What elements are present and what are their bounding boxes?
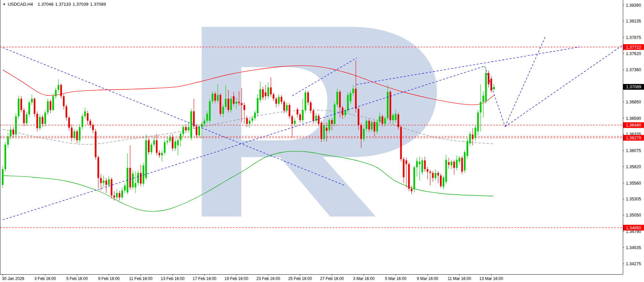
price-chart-canvas[interactable]: 1.383901.381351.378751.376201.373601.368…: [0, 0, 644, 282]
trendline-zigzag-projection-long[interactable]: [505, 46, 622, 127]
candle-body: [265, 92, 267, 96]
candle-body: [358, 109, 359, 125]
candle-body: [57, 85, 59, 90]
candle-body: [52, 96, 54, 110]
candle-body: [148, 140, 150, 152]
candle-body: [129, 168, 131, 187]
candle-body: [82, 116, 83, 127]
candle-body: [42, 117, 43, 124]
candle-body: [106, 181, 107, 185]
candle-body: [318, 116, 320, 124]
y-tick-label: 1.35820: [626, 164, 641, 169]
x-tick-label: 25 Feb 16:00: [288, 276, 312, 281]
candle-body: [18, 99, 19, 116]
x-tick-label: 5 Feb 16:00: [66, 276, 88, 281]
candle-body: [100, 178, 102, 183]
candle-body: [31, 99, 33, 102]
candle-body: [166, 141, 168, 142]
candle-body: [124, 186, 126, 191]
candle-body: [190, 111, 192, 138]
candle-body: [241, 103, 243, 105]
candle-body: [384, 118, 386, 124]
candle-body: [209, 101, 211, 121]
x-axis-scale: 30 Jan 20263 Feb 16:005 Feb 16:009 Feb 1…: [2, 274, 503, 281]
candle-body: [259, 89, 261, 100]
price-badge-label: 1.34850: [626, 226, 641, 230]
candle-body: [159, 153, 160, 155]
candle-body: [79, 127, 81, 140]
trendline-rising-support-line[interactable]: [3, 66, 485, 220]
trendline-zigzag-corrective-leg[interactable]: [485, 66, 505, 127]
candle-body: [270, 87, 272, 94]
candle-body: [212, 94, 213, 101]
candle-body: [214, 94, 216, 101]
y-tick-label: 1.35560: [626, 181, 641, 186]
quote-low: 1.37039: [73, 2, 88, 7]
collapse-triangle-icon[interactable]: ▼: [3, 3, 6, 6]
candle-body: [299, 114, 301, 120]
candle-body: [140, 173, 142, 184]
candle-body: [398, 114, 399, 127]
x-tick-label: 19 Feb 16:00: [225, 276, 248, 281]
candle-body: [307, 92, 309, 102]
candle-body: [132, 174, 134, 187]
candle-body: [289, 105, 290, 116]
candle-body: [92, 125, 94, 130]
y-tick-label: 1.35305: [626, 197, 641, 201]
candle-body: [71, 128, 73, 138]
candle-body: [392, 115, 394, 120]
candle-body: [243, 105, 245, 110]
candle-body: [50, 101, 51, 110]
candle-body: [387, 92, 389, 119]
candle-body: [185, 127, 187, 130]
candle-body: [204, 121, 205, 124]
candle-body: [236, 102, 237, 104]
candle-body: [275, 99, 277, 104]
candle-body: [198, 127, 200, 135]
candle-body: [177, 140, 179, 145]
candle-body: [137, 173, 139, 183]
candle-body: [421, 160, 423, 173]
candle-body: [29, 102, 30, 114]
candle-body: [355, 89, 357, 109]
trendline-descending-channel-line[interactable]: [3, 48, 345, 185]
candle-body: [283, 102, 285, 110]
candle-body: [230, 99, 232, 110]
candle-body: [169, 137, 171, 141]
candle-body: [482, 96, 484, 102]
candle-body: [350, 93, 351, 101]
candle-body: [339, 92, 341, 108]
candle-body: [485, 73, 487, 101]
candle-body: [331, 120, 333, 124]
candle-body: [103, 181, 105, 183]
candle-body: [323, 125, 325, 139]
candle-body: [97, 157, 99, 178]
y-tick-label: 1.34535: [626, 245, 641, 250]
candle-body: [310, 102, 312, 110]
candle-body: [440, 176, 442, 186]
candle-body: [281, 97, 282, 102]
candle-body: [268, 87, 269, 96]
y-tick-label: 1.37360: [626, 67, 641, 72]
candle-body: [68, 117, 70, 128]
price-badge-label: 1.36279: [626, 136, 641, 140]
candle-body: [262, 89, 264, 97]
candle-body: [251, 118, 253, 121]
candle-body: [464, 152, 466, 170]
candle-body: [238, 102, 240, 103]
candle-body: [403, 159, 404, 177]
candle-body: [12, 130, 14, 135]
candle-body: [219, 95, 221, 114]
candle-body: [15, 116, 17, 135]
candle-body: [55, 90, 57, 96]
candle-body: [174, 141, 176, 148]
candle-body: [366, 121, 367, 129]
candle-body: [116, 193, 118, 197]
candle-body: [89, 121, 91, 125]
candle-body: [435, 173, 436, 178]
candle-body: [416, 161, 418, 168]
trendline-zigzag-projection-steep[interactable]: [505, 36, 546, 127]
candle-body: [135, 183, 136, 187]
candle-body: [467, 141, 468, 156]
candle-body: [374, 122, 375, 131]
